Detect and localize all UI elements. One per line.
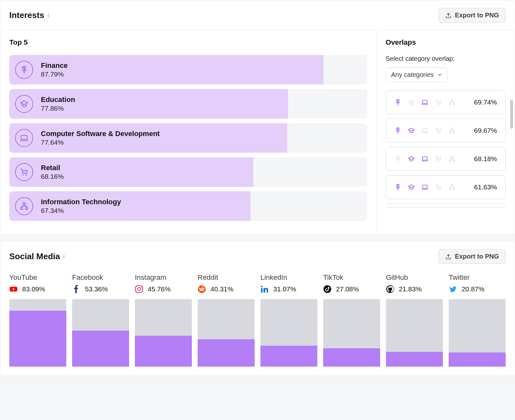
cart-icon bbox=[435, 127, 442, 134]
overlap-card[interactable]: 69.67% bbox=[386, 119, 506, 142]
hierarchy-icon bbox=[448, 99, 455, 106]
hierarchy-icon bbox=[448, 184, 455, 191]
social-bar-fill bbox=[135, 336, 192, 367]
laptop-icon bbox=[421, 99, 428, 106]
export-interests-button[interactable]: Export to PNG bbox=[438, 8, 506, 23]
social-name: TikTok bbox=[323, 273, 380, 282]
overlap-icons bbox=[394, 184, 455, 191]
social-item: Twitter20.87% bbox=[449, 273, 506, 367]
social-row: 21.83% bbox=[386, 285, 443, 293]
social-row: 20.87% bbox=[449, 285, 506, 293]
svg-rect-7 bbox=[136, 286, 143, 293]
overlap-scrollbar[interactable] bbox=[510, 100, 513, 129]
social-panel: Social Media i Export to PNG YouTube83.0… bbox=[0, 241, 515, 376]
svg-rect-17 bbox=[261, 288, 262, 293]
overlap-card[interactable]: 61.63% bbox=[386, 175, 506, 199]
social-bar bbox=[135, 299, 192, 367]
linkedin-icon bbox=[260, 285, 269, 293]
social-item: TikTok27.08% bbox=[323, 273, 380, 367]
twitter-icon bbox=[449, 285, 457, 293]
export-interests-label: Export to PNG bbox=[455, 12, 499, 19]
social-pct: 83.09% bbox=[22, 285, 45, 293]
social-bar bbox=[260, 299, 317, 367]
top5-bar[interactable]: Finance87.79% bbox=[9, 55, 367, 85]
top5-bar[interactable]: Education77.86% bbox=[9, 89, 367, 119]
top5-bar[interactable]: Retail68.16% bbox=[9, 157, 367, 187]
social-header: Social Media i Export to PNG bbox=[0, 242, 515, 271]
interests-title-wrap: Interests i bbox=[9, 10, 49, 20]
social-item: LinkedIn31.07% bbox=[260, 273, 317, 367]
social-item: YouTube83.09% bbox=[9, 273, 66, 367]
instagram-icon bbox=[135, 285, 143, 293]
laptop-icon bbox=[421, 127, 428, 134]
bar-name: Retail bbox=[41, 164, 64, 172]
svg-point-8 bbox=[137, 288, 140, 290]
gradcap-icon bbox=[408, 184, 415, 191]
social-item: Reddit40.31% bbox=[198, 273, 255, 367]
overlap-icons bbox=[394, 155, 455, 162]
dollar-icon bbox=[394, 184, 401, 191]
overlap-pct: 69.67% bbox=[474, 127, 497, 134]
svg-point-12 bbox=[201, 289, 201, 290]
upload-icon bbox=[445, 253, 452, 260]
hierarchy-icon bbox=[448, 155, 455, 162]
social-row: 83.09% bbox=[9, 285, 66, 293]
overlap-dropdown[interactable]: Any categories bbox=[386, 68, 447, 82]
svg-point-15 bbox=[199, 288, 200, 289]
export-social-button[interactable]: Export to PNG bbox=[438, 249, 506, 264]
overlap-pct: 68.18% bbox=[474, 155, 497, 163]
gradcap-icon bbox=[408, 155, 415, 162]
dollar-icon bbox=[15, 61, 33, 79]
laptop-icon bbox=[421, 155, 428, 162]
cart-icon bbox=[435, 155, 442, 162]
bar-text: Education77.86% bbox=[41, 96, 75, 112]
bar-name: Finance bbox=[41, 61, 68, 70]
overlap-icons bbox=[394, 99, 455, 106]
top5-bar[interactable]: Information Technology67.34% bbox=[9, 191, 367, 221]
info-icon[interactable]: i bbox=[47, 13, 49, 18]
social-pct: 40.31% bbox=[211, 285, 233, 293]
gradcap-icon bbox=[15, 95, 33, 113]
social-title: Social Media bbox=[9, 251, 60, 261]
social-pct: 27.08% bbox=[336, 285, 359, 293]
svg-point-14 bbox=[203, 288, 205, 289]
social-body: YouTube83.09%Facebook53.36%Instagram45.7… bbox=[0, 271, 515, 376]
svg-point-13 bbox=[202, 289, 203, 290]
social-bar bbox=[72, 299, 129, 367]
info-icon[interactable]: i bbox=[63, 254, 65, 260]
social-bar-fill bbox=[323, 348, 380, 367]
social-bar bbox=[323, 299, 380, 367]
chevron-down-icon bbox=[437, 73, 442, 77]
social-bar bbox=[9, 299, 66, 367]
bar-pct: 77.64% bbox=[41, 139, 160, 146]
bar-name: Information Technology bbox=[41, 198, 121, 206]
overlap-card[interactable]: 68.18% bbox=[386, 147, 506, 171]
interests-header: Interests i Export to PNG bbox=[0, 0, 515, 30]
social-bar-fill bbox=[198, 339, 255, 367]
bar-pct: 68.16% bbox=[41, 173, 64, 180]
svg-point-19 bbox=[323, 285, 331, 293]
youtube-icon bbox=[9, 285, 18, 293]
top5-column: Top 5 Finance87.79%Education77.86%Comput… bbox=[0, 31, 376, 234]
social-bar bbox=[449, 299, 506, 367]
overlaps-column: Overlaps Select category overlap: Any ca… bbox=[376, 31, 515, 234]
social-pct: 20.87% bbox=[462, 285, 484, 293]
overlap-list[interactable]: 69.74%69.67%68.18%61.63% bbox=[386, 90, 506, 221]
overlap-dropdown-value: Any categories bbox=[391, 71, 434, 78]
top5-bar[interactable]: Computer Software & Development77.64% bbox=[9, 123, 367, 153]
social-bar-fill bbox=[9, 311, 66, 367]
bar-pct: 87.79% bbox=[41, 70, 68, 78]
overlap-card[interactable]: 69.74% bbox=[386, 90, 506, 114]
interests-title: Interests bbox=[9, 10, 44, 20]
hierarchy-icon bbox=[448, 127, 455, 134]
social-pct: 45.76% bbox=[148, 285, 171, 293]
export-social-label: Export to PNG bbox=[455, 253, 499, 260]
bar-pct: 67.34% bbox=[41, 207, 121, 215]
interests-panel: Interests i Export to PNG Top 5 Finance8… bbox=[0, 0, 515, 235]
bar-text: Finance87.79% bbox=[41, 61, 68, 78]
overlap-card-partial bbox=[386, 204, 506, 207]
overlap-select-label: Select category overlap: bbox=[386, 55, 506, 62]
bar-name: Computer Software & Development bbox=[41, 130, 160, 138]
dollar-icon bbox=[394, 127, 401, 134]
social-bar bbox=[386, 299, 443, 367]
